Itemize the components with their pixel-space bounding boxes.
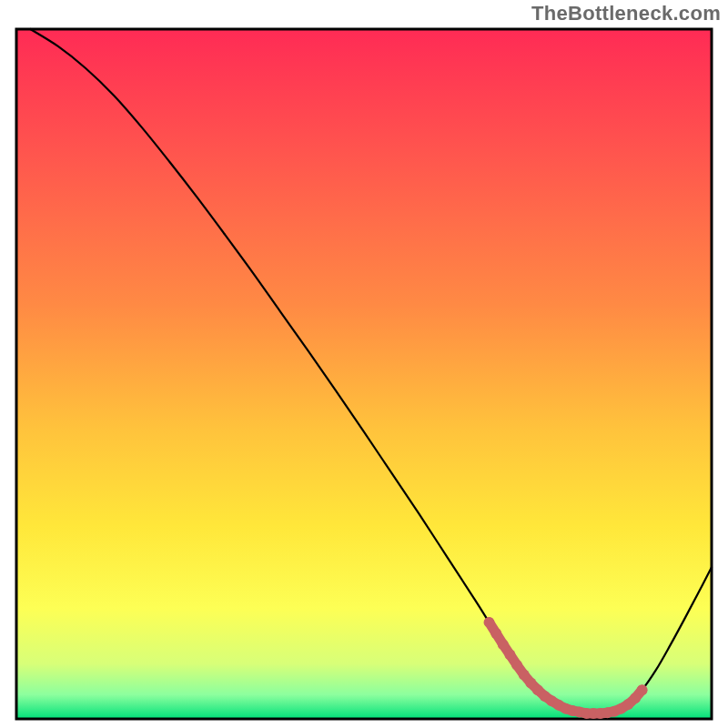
chart-marker-dot: [504, 650, 515, 661]
chart-marker-dot: [490, 628, 501, 639]
chart-marker-dot: [637, 684, 648, 695]
chart-svg: [15, 27, 713, 721]
plot-frame: [15, 27, 713, 721]
chart-marker-dot: [484, 617, 495, 628]
watermark-text: TheBottleneck.com: [531, 2, 721, 25]
chart-marker-dot: [511, 660, 522, 671]
chart-background: [16, 29, 712, 719]
chart-stage: TheBottleneck.com: [0, 0, 728, 728]
chart-marker-dot: [498, 639, 509, 650]
